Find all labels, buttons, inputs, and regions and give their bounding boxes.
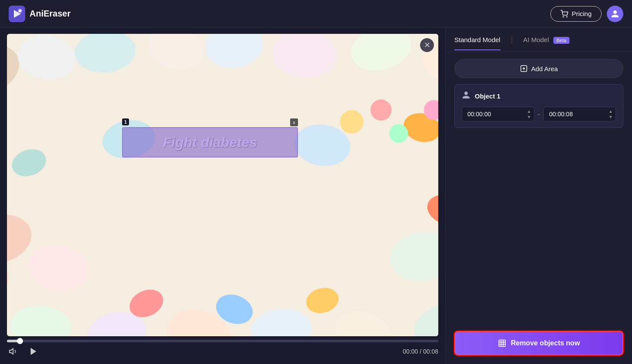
tab-ai[interactable]: AI Model Beta <box>523 29 569 50</box>
remove-btn-container: Remove objects now <box>446 324 632 364</box>
start-time-wrap: ▲ ▼ <box>462 107 534 121</box>
end-time-spinners: ▲ ▼ <box>607 109 614 120</box>
object-card: Object 1 ▲ ▼ - ▲ ▼ <box>454 84 623 128</box>
pricing-label: Pricing <box>572 10 592 17</box>
svg-rect-6 <box>7 34 438 336</box>
close-video-button[interactable]: ✕ <box>420 38 434 52</box>
remove-objects-button[interactable]: Remove objects now <box>454 331 623 355</box>
selection-label: 1 <box>122 118 129 125</box>
volume-button[interactable] <box>7 345 20 358</box>
end-time-down[interactable]: ▼ <box>607 115 614 120</box>
close-video-icon: ✕ <box>424 40 430 50</box>
logo-area: AniEraser <box>9 6 71 22</box>
app-logo <box>9 6 25 22</box>
object-card-header: Object 1 <box>462 91 616 102</box>
play-button[interactable] <box>27 345 40 358</box>
selection-close-button[interactable]: x <box>290 118 298 126</box>
time-display: 00:00 / 00:08 <box>403 348 438 355</box>
candy-background <box>7 34 438 336</box>
svg-point-39 <box>340 110 364 134</box>
progress-bar[interactable] <box>7 340 438 342</box>
tabs-container: Standard Model | AI Model Beta <box>446 28 632 52</box>
object-type-icon <box>462 91 470 102</box>
right-panel: Standard Model | AI Model Beta Add Area <box>445 28 632 364</box>
add-area-label: Add Area <box>531 65 558 72</box>
svg-point-37 <box>371 99 392 121</box>
app-header: AniEraser Pricing <box>0 0 632 28</box>
video-panel: ✕ <box>0 28 445 364</box>
beta-badge: Beta <box>553 37 569 44</box>
svg-point-4 <box>563 16 564 17</box>
start-time-input[interactable] <box>462 107 534 121</box>
remove-icon <box>498 339 506 348</box>
start-time-up[interactable]: ▲ <box>526 109 533 114</box>
selection-box[interactable]: 1 x Fight diabetes <box>122 127 298 157</box>
svg-point-5 <box>566 16 567 17</box>
time-separator: - <box>538 110 540 118</box>
video-wrapper: ✕ <box>7 34 438 336</box>
add-area-icon <box>520 65 528 72</box>
app-name: AniEraser <box>30 9 71 19</box>
video-controls: 00:00 / 00:08 <box>7 340 438 358</box>
avatar-icon <box>611 10 619 18</box>
svg-point-38 <box>389 124 408 143</box>
pricing-button[interactable]: Pricing <box>550 6 602 22</box>
time-range: ▲ ▼ - ▲ ▼ <box>462 107 616 121</box>
ai-tab-label: AI Model <box>523 36 549 43</box>
svg-marker-45 <box>31 348 36 355</box>
right-content: Add Area Object 1 ▲ <box>446 52 632 324</box>
remove-btn-label: Remove objects now <box>511 339 580 347</box>
progress-thumb <box>17 338 23 344</box>
header-actions: Pricing <box>550 6 623 22</box>
end-time-input[interactable] <box>543 107 616 121</box>
controls-row: 00:00 / 00:08 <box>7 345 438 358</box>
add-area-button[interactable]: Add Area <box>454 59 623 78</box>
selection-text: Fight diabetes <box>123 128 297 157</box>
play-icon <box>29 347 38 356</box>
end-time-wrap: ▲ ▼ <box>543 107 616 121</box>
svg-rect-49 <box>499 340 505 347</box>
main-content: ✕ <box>0 28 632 364</box>
person-icon <box>462 91 470 99</box>
standard-tab-label: Standard Model <box>454 36 500 43</box>
end-time-up[interactable]: ▲ <box>607 109 614 114</box>
start-time-down[interactable]: ▼ <box>526 115 533 120</box>
cart-icon <box>560 10 568 18</box>
svg-point-3 <box>19 10 21 12</box>
object-name: Object 1 <box>475 92 500 100</box>
video-canvas: 1 x Fight diabetes <box>7 34 438 336</box>
start-time-spinners: ▲ ▼ <box>526 109 533 120</box>
tab-divider: | <box>511 35 513 44</box>
tab-standard[interactable]: Standard Model <box>454 29 500 50</box>
user-avatar[interactable] <box>607 6 623 22</box>
selection-close-icon: x <box>293 120 295 125</box>
volume-icon <box>9 347 18 356</box>
svg-marker-44 <box>10 349 13 354</box>
